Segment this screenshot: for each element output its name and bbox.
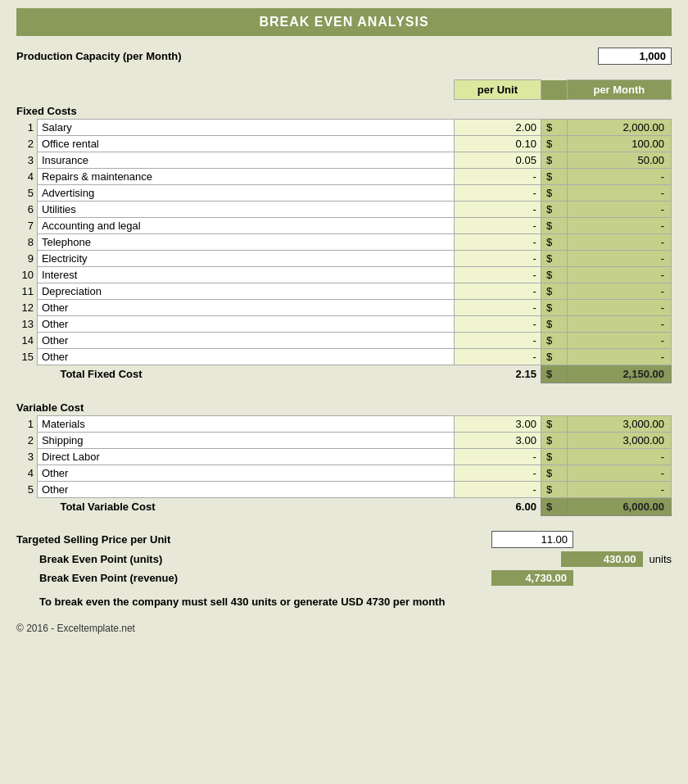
per-month-value[interactable]: - — [567, 185, 671, 202]
per-unit-value[interactable]: 0.10 — [454, 136, 541, 152]
item-name[interactable]: Insurance — [37, 152, 454, 169]
total-num — [16, 497, 37, 515]
per-month-value[interactable]: 3,000.00 — [567, 432, 671, 448]
row-number: 8 — [16, 234, 37, 251]
per-month-value[interactable]: 50.00 — [567, 152, 671, 169]
dollar-sign: $ — [541, 218, 567, 234]
per-month-value[interactable]: - — [567, 316, 671, 333]
table-row: 5 Advertising - $ - — [16, 185, 672, 202]
row-number: 5 — [16, 481, 37, 497]
per-unit-value[interactable]: - — [454, 169, 541, 185]
per-unit-value[interactable]: - — [454, 481, 541, 497]
item-name[interactable]: Shipping — [37, 432, 454, 448]
per-month-value[interactable]: - — [567, 333, 671, 349]
item-name[interactable]: Office rental — [37, 136, 454, 152]
table-row: 1 Materials 3.00 $ 3,000.00 — [16, 415, 672, 432]
row-number: 1 — [16, 120, 37, 136]
table-row: 5 Other - $ - — [16, 481, 672, 497]
row-number: 1 — [16, 415, 37, 432]
per-month-value[interactable]: - — [567, 300, 671, 316]
per-month-value[interactable]: - — [567, 283, 671, 300]
per-month-value[interactable]: - — [567, 169, 671, 185]
item-name[interactable]: Utilities — [37, 202, 454, 218]
item-name[interactable]: Advertising — [37, 185, 454, 202]
table-row: 14 Other - $ - — [16, 333, 672, 349]
per-unit-value[interactable]: - — [454, 283, 541, 300]
per-month-value[interactable]: - — [567, 349, 671, 365]
per-month-value[interactable]: - — [567, 234, 671, 251]
dollar-sign: $ — [541, 316, 567, 333]
table-row: 2 Office rental 0.10 $ 100.00 — [16, 136, 672, 152]
per-month-value[interactable]: - — [567, 481, 671, 497]
per-unit-value[interactable]: - — [454, 316, 541, 333]
item-name[interactable]: Other — [37, 481, 454, 497]
dollar-sign: $ — [541, 448, 567, 465]
per-unit-value[interactable]: - — [454, 218, 541, 234]
per-month-value[interactable]: - — [567, 465, 671, 481]
per-month-value[interactable]: - — [567, 448, 671, 465]
item-name[interactable]: Other — [37, 465, 454, 481]
per-month-value[interactable]: - — [567, 202, 671, 218]
table-row: 9 Electricity - $ - — [16, 251, 672, 267]
per-unit-value[interactable]: 3.00 — [454, 415, 541, 432]
table-row: 8 Telephone - $ - — [16, 234, 672, 251]
row-number: 3 — [16, 448, 37, 465]
table-row: 7 Accounting and legal - $ - — [16, 218, 672, 234]
per-unit-value[interactable]: - — [454, 349, 541, 365]
per-unit-value[interactable]: - — [454, 251, 541, 267]
item-name[interactable]: Materials — [37, 415, 454, 432]
per-unit-value[interactable]: - — [454, 202, 541, 218]
row-number: 6 — [16, 202, 37, 218]
total-month-value: 6,000.00 — [567, 497, 671, 515]
table-row: 4 Repairs & maintenance - $ - — [16, 169, 672, 185]
item-name[interactable]: Interest — [37, 267, 454, 283]
per-month-value[interactable]: - — [567, 267, 671, 283]
table-row: 1 Salary 2.00 $ 2,000.00 — [16, 120, 672, 136]
item-name[interactable]: Salary — [37, 120, 454, 136]
table-row: 3 Direct Labor - $ - — [16, 448, 672, 465]
production-capacity-row: Production Capacity (per Month) 1,000 — [16, 48, 672, 65]
selling-price-input[interactable]: 11.00 — [491, 531, 573, 548]
per-unit-value[interactable]: 2.00 — [454, 120, 541, 136]
item-name[interactable]: Repairs & maintenance — [37, 169, 454, 185]
per-unit-value[interactable]: - — [454, 448, 541, 465]
per-month-value[interactable]: - — [567, 251, 671, 267]
item-name[interactable]: Other — [37, 316, 454, 333]
header-per-month: per Month — [567, 80, 671, 100]
per-unit-value[interactable]: - — [454, 333, 541, 349]
item-name[interactable]: Direct Labor — [37, 448, 454, 465]
production-capacity-value[interactable]: 1,000 — [598, 48, 672, 65]
total-fixed-row: Total Fixed Cost 2.15 $ 2,150.00 — [16, 365, 672, 383]
item-name[interactable]: Other — [37, 333, 454, 349]
dollar-sign: $ — [541, 202, 567, 218]
per-unit-value[interactable]: 0.05 — [454, 152, 541, 169]
per-month-value[interactable]: - — [567, 218, 671, 234]
item-name[interactable]: Depreciation — [37, 283, 454, 300]
per-month-value[interactable]: 100.00 — [567, 136, 671, 152]
item-name[interactable]: Other — [37, 300, 454, 316]
per-unit-value[interactable]: - — [454, 185, 541, 202]
break-even-units-row: Break Even Point (units) 430.00 units — [16, 551, 672, 567]
row-number: 9 — [16, 251, 37, 267]
table-row: 6 Utilities - $ - — [16, 202, 672, 218]
row-number: 10 — [16, 267, 37, 283]
table-row: 2 Shipping 3.00 $ 3,000.00 — [16, 432, 672, 448]
total-label: Total Fixed Cost — [37, 365, 454, 383]
summary-section: Targeted Selling Price per Unit 11.00 Br… — [16, 531, 672, 608]
per-unit-value[interactable]: 3.00 — [454, 432, 541, 448]
item-name[interactable]: Electricity — [37, 251, 454, 267]
per-unit-value[interactable]: - — [454, 300, 541, 316]
item-name[interactable]: Telephone — [37, 234, 454, 251]
item-name[interactable]: Accounting and legal — [37, 218, 454, 234]
total-unit-value: 6.00 — [454, 497, 541, 515]
break-even-units-value: 430.00 — [561, 551, 643, 567]
break-even-revenue-value: 4,730.00 — [491, 570, 573, 586]
item-name[interactable]: Other — [37, 349, 454, 365]
per-month-value[interactable]: 3,000.00 — [567, 415, 671, 432]
per-unit-value[interactable]: - — [454, 234, 541, 251]
per-month-value[interactable]: 2,000.00 — [567, 120, 671, 136]
per-unit-value[interactable]: - — [454, 465, 541, 481]
dollar-sign: $ — [541, 169, 567, 185]
per-unit-value[interactable]: - — [454, 267, 541, 283]
table-row: 10 Interest - $ - — [16, 267, 672, 283]
